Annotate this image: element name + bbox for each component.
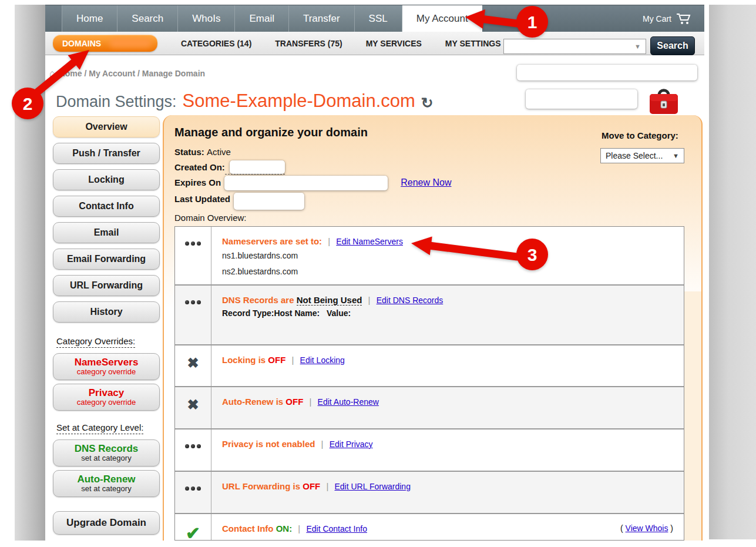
redaction-blur <box>109 38 152 48</box>
row-title: Contact Info <box>222 523 274 533</box>
my-cart-label: My Cart <box>643 14 671 24</box>
dots-icon <box>175 227 211 284</box>
title-label: Domain Settings: <box>56 93 177 111</box>
nav-tab-home[interactable]: Home <box>62 5 117 32</box>
expires-label: Expires On <box>174 175 221 190</box>
nav-spacer <box>45 5 62 32</box>
chevron-down-icon: ▼ <box>634 43 641 50</box>
edit-contact-info-link[interactable]: Edit Contact Info <box>306 524 367 533</box>
table-row-locking: ✖ Locking is OFF | Edit Locking <box>175 344 684 386</box>
subnav-item-categories[interactable]: CATEGORIES (14) <box>181 39 251 48</box>
toolbox-icon[interactable] <box>645 86 683 116</box>
edit-nameservers-link[interactable]: Edit NameServers <box>336 237 403 246</box>
nav-tab-my-account[interactable]: My Account <box>402 5 482 32</box>
refresh-icon[interactable]: ↻ <box>421 95 434 112</box>
domains-label: DOMAINS <box>62 39 101 48</box>
page-title: Domain Settings: Some-Example-Domain.com… <box>56 90 434 112</box>
set-at-category-heading: Set at Category Level: <box>56 422 143 434</box>
upgrade-domain-button[interactable]: Upgrade Domain <box>53 511 160 535</box>
row-title: Privacy is not enabled <box>222 439 315 449</box>
subnav-item-my-services[interactable]: MY SERVICES <box>366 39 422 48</box>
category-subtitle: set at category <box>81 485 131 493</box>
table-row-dns-records: DNS Records are Not Being Used | Edit DN… <box>175 284 684 344</box>
override-title: NameServers <box>75 357 139 368</box>
edit-url-forwarding-link[interactable]: Edit URL Forwarding <box>335 482 411 491</box>
row-title: DNS Records are <box>222 295 294 305</box>
override-subtitle: category override <box>77 398 136 407</box>
sidebar-tab-url-forwarding[interactable]: URL Forwarding <box>53 275 160 296</box>
override-title: Privacy <box>89 388 125 398</box>
table-row-contact-info: ✔ ( View Whois ) Contact Info ON: | Edit… <box>175 513 684 541</box>
domain-overview-label: Domain Overview: <box>174 213 247 223</box>
domain-meta: Status: Active Created On: Expires On Re… <box>174 145 451 207</box>
row-status: OFF <box>268 355 285 365</box>
nameserver-1: ns1.bluestardns.com <box>222 250 676 262</box>
left-gutter <box>15 5 45 541</box>
record-headers: Record Type:Host Name: Value: <box>222 308 676 318</box>
subnav-item-domains[interactable]: DOMAINS <box>53 35 157 52</box>
redacted-box <box>230 160 285 174</box>
search-combobox[interactable]: ▼ <box>503 39 646 54</box>
status-label: Status: <box>174 145 204 160</box>
nav-tab-transfer[interactable]: Transfer <box>288 5 354 32</box>
sidebar-tab-email-forwarding[interactable]: Email Forwarding <box>53 249 160 270</box>
sidebar-privacy-override[interactable]: Privacy category override <box>53 384 160 411</box>
subnav-item-my-settings[interactable]: MY SETTINGS <box>445 39 501 48</box>
domain-overview-table: Nameservers are set to: | Edit NameServe… <box>174 226 684 541</box>
sidebar-tab-history[interactable]: History <box>53 301 160 323</box>
breadcrumb[interactable]: ⌂ Home / My Account / Manage Domain <box>49 68 205 79</box>
sidebar-tab-push-transfer[interactable]: Push / Transfer <box>53 143 160 164</box>
expires-line: Expires On Renew Now <box>174 175 451 190</box>
select-value: Please Select... <box>606 151 663 160</box>
sidebar-tab-locking[interactable]: Locking <box>53 169 160 190</box>
dots-icon <box>175 472 211 513</box>
view-whois-link[interactable]: View Whois <box>626 523 668 533</box>
move-to-category-select[interactable]: Please Select... ▼ <box>600 148 684 163</box>
sidebar-auto-renew-category[interactable]: Auto-Renew set at category <box>53 470 160 497</box>
right-gutter <box>709 5 756 539</box>
sidebar-tab-contact-info[interactable]: Contact Info <box>53 196 160 217</box>
sidebar-nameservers-override[interactable]: NameServers category override <box>53 353 160 380</box>
redacted-box <box>224 176 388 190</box>
nav-tab-whois[interactable]: WhoIs <box>177 5 234 32</box>
row-title: Auto-Renew is <box>222 397 283 407</box>
row-title: Locking is <box>222 355 266 365</box>
row-status: OFF <box>303 481 320 491</box>
row-title: Nameservers are set to: <box>222 236 322 246</box>
edit-auto-renew-link[interactable]: Edit Auto-Renew <box>318 397 379 407</box>
edit-locking-link[interactable]: Edit Locking <box>300 355 345 365</box>
view-whois: ( View Whois ) <box>620 523 673 533</box>
sidebar-tab-overview[interactable]: Overview <box>53 116 160 137</box>
check-icon: ✔ <box>186 523 200 541</box>
nav-tab-ssl[interactable]: SSL <box>354 5 402 32</box>
move-to-category-label: Move to Category: <box>602 130 678 140</box>
row-status: ON: <box>276 523 293 533</box>
sidebar-tab-email[interactable]: Email <box>53 222 160 243</box>
cart-icon <box>676 13 691 25</box>
main-panel: Manage and organize your domain Status: … <box>163 115 703 541</box>
x-icon: ✖ <box>187 397 199 412</box>
dots-icon <box>175 429 211 471</box>
row-status: OFF <box>285 397 303 407</box>
search-button[interactable]: Search <box>650 36 695 55</box>
panel-heading: Manage and organize your domain <box>174 126 368 139</box>
nav-tab-search[interactable]: Search <box>117 5 177 32</box>
redacted-box <box>517 65 697 80</box>
page: Home Search WhoIs Email Transfer SSL My … <box>45 5 704 541</box>
redacted-box <box>234 193 304 210</box>
main-navbar: Home Search WhoIs Email Transfer SSL My … <box>45 5 704 32</box>
subnav-item-transfers[interactable]: TRANSFERS (75) <box>275 39 342 48</box>
edit-dns-records-link[interactable]: Edit DNS Records <box>377 296 443 305</box>
category-title: Auto-Renew <box>77 474 135 485</box>
edit-privacy-link[interactable]: Edit Privacy <box>330 439 373 449</box>
category-title: DNS Records <box>75 444 139 454</box>
sidebar-dns-records-category[interactable]: DNS Records set at category <box>53 439 160 467</box>
sidebar: Overview Push / Transfer Locking Contact… <box>53 116 160 540</box>
chevron-down-icon: ▼ <box>673 152 679 159</box>
my-cart[interactable]: My Cart <box>643 5 704 32</box>
renew-now-link[interactable]: Renew Now <box>401 175 451 190</box>
created-label: Created On: <box>174 160 225 175</box>
sub-navbar: DOMAINS CATEGORIES (14) TRANSFERS (75) M… <box>45 32 704 55</box>
table-row-auto-renew: ✖ Auto-Renew is OFF | Edit Auto-Renew <box>175 386 684 428</box>
nav-tab-email[interactable]: Email <box>234 5 288 32</box>
